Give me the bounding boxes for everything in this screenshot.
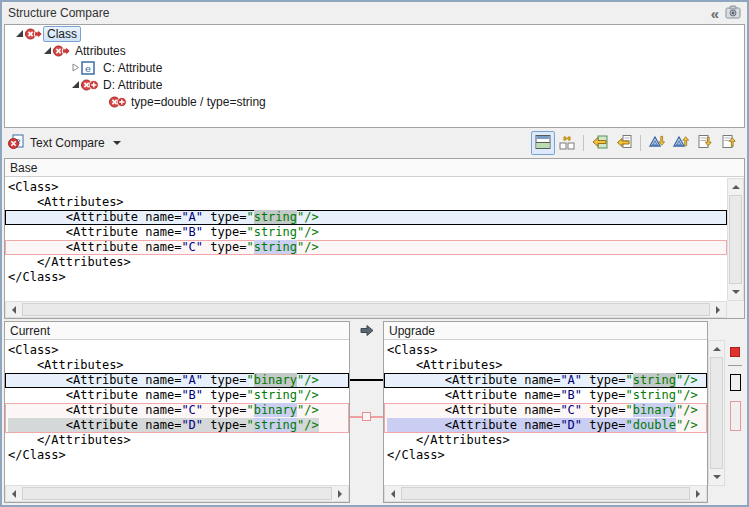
tree-item-0[interactable]: Class xyxy=(5,25,744,42)
tree-item-1[interactable]: Attributes xyxy=(5,42,744,59)
expander-expanded-icon[interactable] xyxy=(13,29,25,38)
code-segment: " xyxy=(625,418,632,432)
base-code-line-5[interactable]: <Attribute name="C" type="string"/> xyxy=(5,240,727,255)
structure-compare-header: Structure Compare « xyxy=(2,2,747,24)
base-code-area: <Class> <Attributes> <Attribute name="A"… xyxy=(5,178,727,301)
base-code-line-6[interactable]: </Attributes> xyxy=(5,255,727,270)
current-code-line-2[interactable]: <Attributes> xyxy=(5,358,349,373)
upgrade-code-line-3[interactable]: <Attribute name="A" type="string"/> xyxy=(384,373,707,388)
code-segment: "/> xyxy=(676,403,698,417)
collapse-chevrons-icon[interactable]: « xyxy=(711,6,717,21)
next-difference-button[interactable] xyxy=(645,131,669,155)
current-code-line-5[interactable]: <Attribute name="C" type="binary"/> xyxy=(5,403,349,418)
current-code-line-4[interactable]: <Attribute name="B" type="string"/> xyxy=(5,388,349,403)
toolbar-separator xyxy=(583,135,584,151)
upgrade-code-line-4[interactable]: <Attribute name="B" type="string"/> xyxy=(384,388,707,403)
scrollbar-thumb[interactable] xyxy=(22,303,710,316)
code-segment: "/> xyxy=(297,210,319,224)
swap-panes-button[interactable] xyxy=(555,131,579,155)
scroll-left-icon[interactable] xyxy=(385,486,400,501)
previous-difference-button[interactable] xyxy=(669,131,693,155)
scroll-right-icon[interactable] xyxy=(711,302,726,317)
base-code-line-7[interactable]: </Class> xyxy=(5,270,727,285)
copy-current-right-to-left-button[interactable] xyxy=(612,131,636,155)
code-segment: type= xyxy=(582,403,625,417)
upgrade-horizontal-scrollbar[interactable] xyxy=(384,485,707,502)
code-segment: "C" xyxy=(181,403,203,417)
code-segment: <Attribute name= xyxy=(8,373,181,387)
code-segment: " xyxy=(246,210,253,224)
upgrade-vertical-scrollbar[interactable] xyxy=(708,340,725,486)
upgrade-code-area: <Class> <Attributes> <Attribute name="A"… xyxy=(384,341,707,485)
copy-all-right-to-left-button[interactable] xyxy=(588,131,612,155)
upgrade-code-line-1[interactable]: <Class> xyxy=(384,343,707,358)
scroll-left-icon[interactable] xyxy=(6,486,21,501)
conflict-diff-handle[interactable] xyxy=(362,412,371,421)
text-compare-menu[interactable]: e Text Compare xyxy=(8,134,121,153)
base-code-line-3[interactable]: <Attribute name="A" type="string"/> xyxy=(5,210,727,225)
toolbar-separator xyxy=(640,135,641,151)
code-segment: "/> xyxy=(297,373,319,387)
upgrade-code-line-2[interactable]: <Attributes> xyxy=(384,358,707,373)
structure-compare-tree: ClassAttributeseC: AttributeD: Attribute… xyxy=(4,24,745,128)
current-code-line-8[interactable]: </Class> xyxy=(5,448,349,463)
diff-overview-ruler xyxy=(727,321,744,503)
base-code-line-2[interactable]: <Attributes> xyxy=(5,195,727,210)
base-code-line-1[interactable]: <Class> xyxy=(5,180,727,195)
scrollbar-corner xyxy=(727,301,744,318)
code-segment: <Class> xyxy=(387,343,438,357)
scrollbar-thumb[interactable] xyxy=(710,357,723,469)
code-segment: "C" xyxy=(560,403,582,417)
current-code-line-1[interactable]: <Class> xyxy=(5,343,349,358)
code-segment: "D" xyxy=(181,418,203,432)
two-pane-layout-button[interactable] xyxy=(531,131,555,155)
tree-item-2[interactable]: eC: Attribute xyxy=(5,59,744,76)
merge-direction-header xyxy=(350,321,383,340)
upgrade-code-line-6[interactable]: <Attribute name="D" type="double"/> xyxy=(384,418,707,433)
code-segment: " xyxy=(246,403,253,417)
code-segment: type= xyxy=(203,240,246,254)
scroll-right-icon[interactable] xyxy=(691,486,706,501)
current-code-area: <Class> <Attributes> <Attribute name="A"… xyxy=(5,341,349,485)
current-horizontal-scrollbar[interactable] xyxy=(5,485,349,502)
scrollbar-thumb[interactable] xyxy=(401,487,690,500)
scroll-down-icon[interactable] xyxy=(728,285,743,300)
tree-item-3[interactable]: D: Attribute xyxy=(5,76,744,93)
current-code-line-6[interactable]: <Attribute name="D" type="string"/> xyxy=(5,418,349,433)
previous-change-button[interactable] xyxy=(717,131,741,155)
upgrade-code-line-8[interactable]: </Class> xyxy=(384,448,707,463)
expander-expanded-icon[interactable] xyxy=(69,80,81,89)
code-segment: <Attributes> xyxy=(8,195,124,209)
upgrade-code-line-5[interactable]: <Attribute name="C" type="binary"/> xyxy=(384,403,707,418)
scroll-left-icon[interactable] xyxy=(6,302,21,317)
scrollbar-thumb[interactable] xyxy=(729,195,742,284)
scroll-right-icon[interactable] xyxy=(333,486,348,501)
scroll-down-icon[interactable] xyxy=(709,470,724,485)
camera-icon[interactable] xyxy=(725,5,741,22)
tree-item-4[interactable]: type=double / type=string xyxy=(5,93,744,110)
current-code-line-3[interactable]: <Attribute name="A" type="binary"/> xyxy=(5,373,349,388)
next-change-button[interactable] xyxy=(693,131,717,155)
base-vertical-scrollbar[interactable] xyxy=(727,178,744,301)
current-code-line-7[interactable]: </Attributes> xyxy=(5,433,349,448)
conflict-icon xyxy=(53,45,71,57)
code-segment: "A" xyxy=(181,373,203,387)
expander-collapsed-icon[interactable] xyxy=(69,63,81,72)
ruler-current-diff-marker[interactable] xyxy=(730,374,741,391)
upgrade-code-line-7[interactable]: </Attributes> xyxy=(384,433,707,448)
next-difference-icon xyxy=(649,134,665,153)
base-code-line-4[interactable]: <Attribute name="B" type="string"/> xyxy=(5,225,727,240)
code-segment: <Attribute name= xyxy=(8,240,181,254)
expander-expanded-icon[interactable] xyxy=(41,46,53,55)
scrollbar-thumb[interactable] xyxy=(22,487,332,500)
code-segment: <Attribute name= xyxy=(387,373,560,387)
scroll-up-icon[interactable] xyxy=(728,179,743,194)
base-horizontal-scrollbar[interactable] xyxy=(5,301,727,318)
code-segment: "/> xyxy=(297,403,319,417)
ruler-summary-marker[interactable] xyxy=(730,347,740,357)
code-segment: " xyxy=(625,388,632,402)
ruler-conflict-diff-marker[interactable] xyxy=(730,401,741,431)
code-segment: <Class> xyxy=(8,343,59,357)
code-segment: "D" xyxy=(560,418,582,432)
scroll-up-icon[interactable] xyxy=(709,341,724,356)
